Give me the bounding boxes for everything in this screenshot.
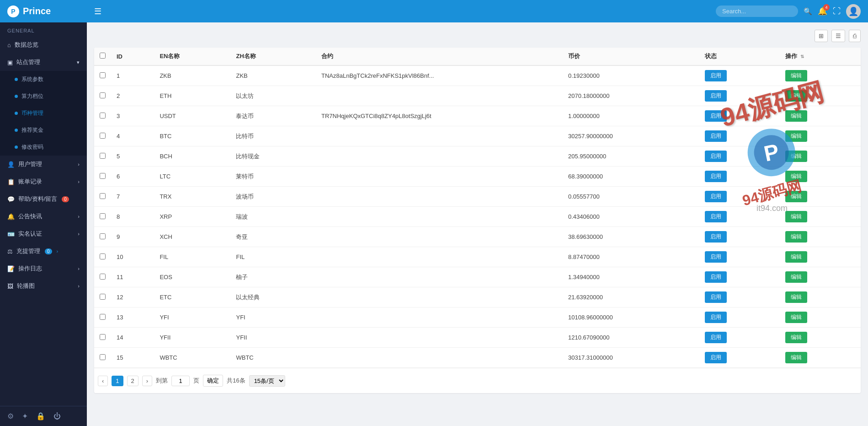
row-checkbox[interactable]	[100, 213, 106, 219]
edit-button[interactable]: 编辑	[785, 231, 807, 243]
goto-page-input[interactable]	[171, 376, 190, 386]
sidebar-item-oplog[interactable]: 📝 操作日志 ›	[0, 260, 87, 277]
select-all-checkbox[interactable]	[100, 53, 106, 59]
table-view-button[interactable]: ☰	[831, 30, 845, 42]
prev-page-button[interactable]: ‹	[98, 376, 108, 386]
edit-button[interactable]: 编辑	[785, 130, 807, 142]
row-id: 15	[111, 348, 154, 368]
status-button[interactable]: 启用	[705, 191, 727, 202]
row-checkbox[interactable]	[100, 173, 106, 179]
status-button[interactable]: 启用	[705, 312, 727, 323]
page-size-select[interactable]: 15条/页 20条/页 50条/页	[249, 375, 285, 387]
row-checkbox-cell	[94, 65, 111, 86]
status-button[interactable]: 启用	[705, 110, 727, 122]
row-checkbox[interactable]	[100, 314, 106, 320]
edit-button[interactable]: 编辑	[785, 110, 807, 122]
edit-button[interactable]: 编辑	[785, 191, 807, 202]
sidebar-item-change-pwd[interactable]: 修改密码	[0, 139, 87, 156]
power-icon[interactable]: ⏻	[53, 412, 61, 421]
sidebar-item-referral[interactable]: 推荐奖金	[0, 122, 87, 139]
goto-confirm-button[interactable]: 确定	[203, 375, 223, 387]
status-button[interactable]: 启用	[705, 271, 727, 283]
status-button[interactable]: 启用	[705, 151, 727, 162]
row-checkbox[interactable]	[100, 133, 106, 139]
search-icon[interactable]: 🔍	[804, 7, 812, 16]
user-avatar[interactable]: 👤	[846, 4, 861, 19]
page-2-button[interactable]: 2	[127, 376, 138, 386]
row-action-cell: 编辑	[780, 167, 861, 187]
settings-icon[interactable]: ⛶	[833, 7, 841, 16]
row-checkbox[interactable]	[100, 253, 106, 259]
sidebar-item-deposit[interactable]: ⚖ 充提管理 0 ›	[0, 243, 87, 260]
edit-button[interactable]: 编辑	[785, 291, 807, 303]
row-checkbox-cell	[94, 328, 111, 348]
edit-button[interactable]: 编辑	[785, 251, 807, 263]
row-checkbox[interactable]	[100, 233, 106, 239]
row-checkbox-cell	[94, 287, 111, 307]
row-zh-name: 奇亚	[230, 227, 316, 247]
menu-toggle-icon[interactable]: ☰	[94, 6, 101, 16]
status-button[interactable]: 启用	[705, 291, 727, 303]
page-1-button[interactable]: 1	[112, 376, 123, 386]
lock-icon[interactable]: 🔒	[36, 412, 45, 421]
row-id: 7	[111, 187, 154, 207]
status-button[interactable]: 启用	[705, 332, 727, 343]
grid-view-button[interactable]: ⊞	[815, 30, 828, 42]
tools-icon[interactable]: ✦	[22, 412, 28, 421]
sidebar-item-hashrate[interactable]: 算力档位	[0, 88, 87, 105]
gear-icon[interactable]: ⚙	[7, 412, 14, 421]
status-button[interactable]: 启用	[705, 211, 727, 222]
balance-icon: ⚖	[7, 248, 13, 255]
main-area: ☰ 🔍 🔔 4 ⛶ 👤 ⊞ ☰ ⎙ I	[87, 0, 868, 426]
print-button[interactable]: ⎙	[849, 30, 861, 42]
sidebar-item-site-mgmt[interactable]: ▣ 站点管理 ▾	[0, 54, 87, 71]
edit-button[interactable]: 编辑	[785, 312, 807, 323]
status-button[interactable]: 启用	[705, 251, 727, 263]
row-checkbox[interactable]	[100, 334, 106, 340]
row-price: 205.95000000	[563, 146, 699, 167]
next-page-button[interactable]: ›	[142, 376, 152, 386]
sidebar: P Prince GENERAL ⌂ 数据总览 ▣ 站点管理 ▾ 系统参数 算力…	[0, 0, 87, 426]
sidebar-item-user-mgmt[interactable]: 👤 用户管理 ›	[0, 156, 87, 173]
row-checkbox[interactable]	[100, 92, 106, 98]
sidebar-item-announce[interactable]: 🔔 公告快讯 ›	[0, 208, 87, 225]
row-contract	[316, 348, 563, 368]
edit-button[interactable]: 编辑	[785, 352, 807, 363]
status-button[interactable]: 启用	[705, 231, 727, 243]
status-button[interactable]: 启用	[705, 352, 727, 363]
sidebar-item-sys-params[interactable]: 系统参数	[0, 71, 87, 88]
notification-badge: 4	[823, 4, 830, 11]
row-en-name: WBTC	[154, 348, 230, 368]
sidebar-item-help[interactable]: 💬 帮助/资料/留言 0	[0, 190, 87, 208]
status-button[interactable]: 启用	[705, 130, 727, 142]
sidebar-item-dashboard[interactable]: ⌂ 数据总览	[0, 36, 87, 54]
sidebar-item-account[interactable]: 📋 账单记录 ›	[0, 173, 87, 190]
row-checkbox[interactable]	[100, 274, 106, 280]
row-action-cell: 编辑	[780, 287, 861, 307]
row-checkbox[interactable]	[100, 72, 106, 78]
row-action-cell: 编辑	[780, 267, 861, 287]
edit-button[interactable]: 编辑	[785, 70, 807, 81]
row-checkbox[interactable]	[100, 354, 106, 360]
row-zh-name: YFII	[230, 328, 316, 348]
edit-button[interactable]: 编辑	[785, 332, 807, 343]
goto-label: 到第	[156, 377, 168, 385]
sidebar-label-help: 帮助/资料/留言	[18, 195, 57, 203]
row-checkbox[interactable]	[100, 153, 106, 159]
status-button[interactable]: 启用	[705, 90, 727, 102]
edit-button[interactable]: 编辑	[785, 171, 807, 182]
row-checkbox[interactable]	[100, 193, 106, 199]
edit-button[interactable]: 编辑	[785, 151, 807, 162]
row-checkbox[interactable]	[100, 113, 106, 119]
edit-button[interactable]: 编辑	[785, 211, 807, 222]
sidebar-item-currency[interactable]: 币种管理	[0, 105, 87, 122]
sidebar-item-kyc[interactable]: 🪪 实名认证 ›	[0, 225, 87, 243]
status-button[interactable]: 启用	[705, 171, 727, 182]
notification-button[interactable]: 🔔 4	[818, 6, 827, 16]
status-button[interactable]: 启用	[705, 70, 727, 81]
sidebar-item-carousel[interactable]: 🖼 轮播图 ›	[0, 277, 87, 295]
edit-button[interactable]: 编辑	[785, 271, 807, 283]
search-input[interactable]	[716, 5, 798, 17]
edit-button[interactable]: 编辑	[785, 90, 807, 102]
row-checkbox[interactable]	[100, 294, 106, 300]
